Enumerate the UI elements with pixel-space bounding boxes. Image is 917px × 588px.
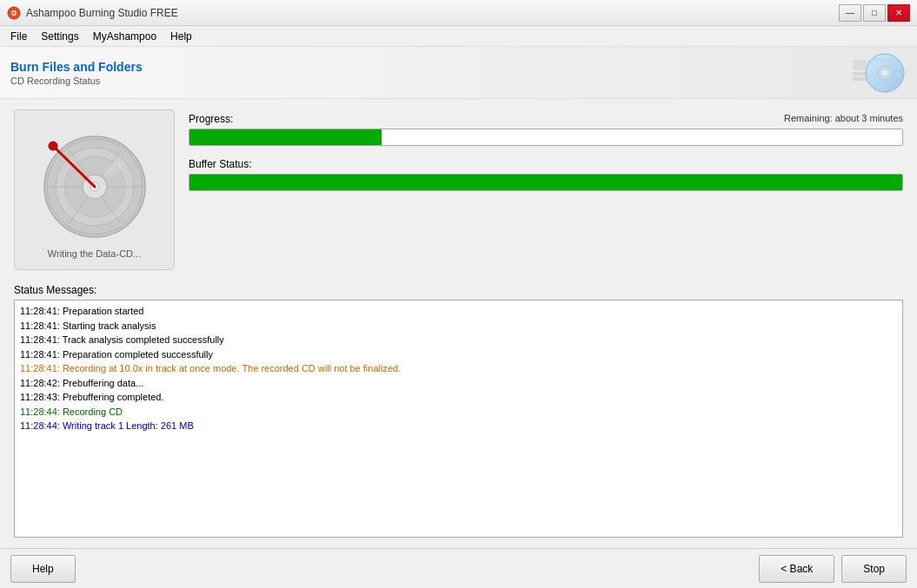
minimize-button[interactable]: — [839,4,861,22]
stop-button[interactable]: Stop [841,555,907,583]
status-section-label: Status Messages: [14,284,903,296]
app-icon [7,6,21,20]
status-message: 11:28:43: Prebuffering completed. [20,390,897,405]
header-section: Burn Files and Folders CD Recording Stat… [0,47,917,99]
cd-status-label: Writing the Data-CD... [48,248,141,259]
footer-right-buttons: < Back Stop [759,555,907,583]
cd-graphic [34,122,156,243]
header-image [802,52,907,94]
header-subtitle: CD Recording Status [10,76,143,86]
window-title: Ashampoo Burning Studio FREE [26,7,178,19]
progress-bar-fill [189,129,382,145]
status-message: 11:28:41: Preparation completed successf… [20,347,897,362]
svg-rect-7 [853,72,867,76]
svg-point-5 [882,70,887,76]
buffer-label: Buffer Status: [189,158,252,170]
status-message: 11:28:41: Preparation started [20,304,897,319]
menu-settings[interactable]: Settings [34,28,85,45]
main-content: Writing the Data-CD... Progress: Remaini… [0,99,917,548]
status-message: 11:28:41: Track analysis completed succe… [20,333,897,347]
buffer-bar-container [189,174,903,191]
remaining-text: Remaining: about 3 minutes [784,113,903,125]
menu-help[interactable]: Help [163,28,199,45]
status-messages-inner: 11:28:41: Preparation started11:28:41: S… [15,301,902,437]
back-button[interactable]: < Back [759,555,834,583]
status-message: 11:28:44: Writing track 1 Length: 261 MB [20,419,897,433]
footer: Help < Back Stop [0,548,917,588]
buffer-row: Buffer Status: [189,158,903,191]
menu-file[interactable]: File [3,28,34,45]
progress-bar-container [189,129,903,146]
svg-rect-6 [853,60,867,70]
window-controls[interactable]: — □ ✕ [839,4,910,22]
cd-area: Writing the Data-CD... [14,109,175,270]
help-button[interactable]: Help [10,555,76,583]
status-message: 11:28:41: Starting track analysis [20,319,897,334]
menu-myashampoo[interactable]: MyAshampoo [86,28,163,45]
title-bar: Ashampoo Burning Studio FREE — □ ✕ [0,0,917,26]
status-section: Status Messages: 11:28:41: Preparation s… [14,284,903,538]
svg-point-22 [49,142,57,150]
status-message: 11:28:44: Recording CD [20,405,897,420]
progress-row: Progress: Remaining: about 3 minutes [189,113,903,146]
buffer-bar-fill [189,175,902,190]
close-button[interactable]: ✕ [887,4,910,22]
buffer-header: Buffer Status: [189,158,903,170]
status-message: 11:28:41: Recording at 10.0x in track at… [20,361,897,376]
menu-bar: File Settings MyAshampoo Help [0,26,917,47]
svg-rect-8 [853,77,867,81]
progress-label: Progress: [189,113,233,125]
svg-point-2 [13,11,16,14]
progress-area: Progress: Remaining: about 3 minutes Buf… [189,109,903,270]
header-text: Burn Files and Folders CD Recording Stat… [10,60,143,86]
header-title: Burn Files and Folders [10,60,143,74]
status-message: 11:28:42: Prebuffering data... [20,376,897,391]
title-bar-left: Ashampoo Burning Studio FREE [7,6,178,20]
top-section: Writing the Data-CD... Progress: Remaini… [14,109,903,270]
status-messages-container[interactable]: 11:28:41: Preparation started11:28:41: S… [14,300,903,538]
progress-header: Progress: Remaining: about 3 minutes [189,113,903,125]
maximize-button[interactable]: □ [863,4,886,22]
